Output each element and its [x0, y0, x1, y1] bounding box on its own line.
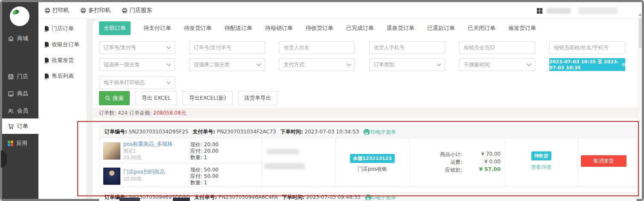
- printer-button[interactable]: 打印机: [44, 6, 69, 14]
- category-level2-select[interactable]: 请选择二级分类: [189, 58, 265, 71]
- members-icon: [8, 108, 14, 114]
- totals-column: 商品小计: ¥ 70.00 运费: ¥ 0.00 应收款: ¥ 57.00: [409, 151, 505, 174]
- tab-completed[interactable]: 已完成订单: [346, 24, 374, 32]
- pages-icon: [44, 74, 49, 79]
- product-thumbnail[interactable]: [103, 167, 121, 185]
- payable-price: 应付: 20.00: [190, 148, 219, 154]
- print-eship-link[interactable]: 打印电子面单: [365, 194, 396, 201]
- avatar[interactable]: [10, 6, 29, 26]
- tab-pending-payment[interactable]: 待支付订单: [143, 24, 171, 32]
- chevron-down-icon: [527, 62, 531, 66]
- order-count-value: 424: [118, 110, 128, 116]
- payable-price: 应付: 50.00: [190, 173, 219, 180]
- submenu-item-batch-ship[interactable]: 批量发货: [38, 56, 87, 65]
- product-name-link[interactable]: pos称重商品_多规格: [123, 141, 173, 148]
- tab-pending-shipment[interactable]: 待发货订单: [184, 24, 212, 32]
- print-eship-link[interactable]: 打印电子面单: [365, 129, 396, 136]
- tab-pending-delivery[interactable]: 待配送订单: [224, 24, 252, 32]
- printer-icon: [44, 8, 50, 13]
- select-value: 电子面单打印状态: [104, 79, 145, 86]
- order-no-label: 订单编号:: [105, 128, 127, 136]
- tab-closed[interactable]: 已关闭订单: [468, 24, 495, 32]
- product-price-block: 现价: 20.00 应付: 20.00 数量: 1: [190, 142, 219, 161]
- tab-returns[interactable]: 退换货订单: [387, 24, 414, 32]
- order-amount-value: 208058.08元: [153, 109, 186, 117]
- subtotal-label: 商品小计:: [440, 151, 462, 158]
- tab-urge-shipment[interactable]: 催发货订单: [508, 24, 536, 32]
- sidebar-item-product[interactable]: 商品: [2, 87, 38, 100]
- date-range-picker[interactable]: 2023-07-03 10:35 至 2023-07-03 10:35: [549, 58, 625, 71]
- product-thumbnail[interactable]: [103, 142, 121, 160]
- tab-pending-receipt[interactable]: 待收货订单: [306, 24, 333, 32]
- order-no-value: SN2307031034D95F25: [129, 129, 189, 135]
- pay-no-label: 支付单号:: [192, 128, 215, 136]
- current-price: 现价: 50.00: [190, 167, 219, 173]
- tab-refunded[interactable]: 已退款订单: [427, 24, 455, 32]
- pay-no-label: 支付单号:: [194, 194, 217, 201]
- sidebar-item-label: 会员: [17, 107, 28, 115]
- verifier-member-id-input[interactable]: [460, 41, 535, 53]
- order-tabs: 全部订单 待支付订单 待发货订单 待配送订单 待核销订单 待收货订单 已完成订单…: [99, 21, 536, 35]
- export-excel-new-button[interactable]: 导出EXCEL(新): [183, 91, 232, 105]
- payment-source-column: 余额123213123 门店pos收银: [335, 154, 409, 173]
- export-excel-button[interactable]: 导出 EXCEL: [135, 91, 177, 105]
- time-search-mode-select[interactable]: 不搜索时间: [459, 58, 535, 71]
- order-time-label: 下单时间:: [280, 128, 303, 136]
- scrollbar-thumb[interactable]: [639, 18, 641, 48]
- printer-icon: [122, 8, 128, 13]
- verifier-name-input[interactable]: [550, 41, 625, 53]
- product-box-icon: [8, 91, 14, 97]
- submenu-item-label: 门店订单: [52, 25, 74, 33]
- view-detail-link[interactable]: 查看详情: [531, 164, 551, 170]
- toolbar-item-label: 门店股东: [130, 6, 152, 14]
- apps-grid-icon: [8, 141, 13, 146]
- tab-all-orders[interactable]: 全部订单: [99, 21, 131, 35]
- cancel-shipment-button[interactable]: 取消发货: [581, 155, 627, 167]
- receiver-name-input[interactable]: [280, 41, 355, 53]
- eship-print-status-select[interactable]: 电子面单打印状态: [99, 76, 175, 89]
- submenu-item-store-orders[interactable]: 门店订单: [38, 24, 87, 33]
- order-time-value: 2023-07-03 09:46:33: [306, 194, 360, 200]
- redacted-customer-phone: [264, 163, 305, 169]
- product-name-link[interactable]: 门店pos扫码商品: [123, 168, 165, 176]
- submenu-item-aftersales[interactable]: 售后列表: [38, 71, 87, 81]
- multi-printer-button[interactable]: 多打印机: [80, 6, 111, 14]
- payment-method-select[interactable]: 支付方式: [279, 58, 355, 71]
- delivery-note-export-button[interactable]: 送货单导出: [238, 91, 278, 105]
- vertical-scrollbar[interactable]: [638, 12, 642, 199]
- redacted-account-info: [578, 7, 618, 14]
- sidebar-item-orders[interactable]: 订单: [2, 118, 38, 134]
- status-badge: 待收货: [531, 151, 551, 160]
- status-column: 待收货 查看详情: [505, 151, 577, 171]
- partial-thumbnail: [173, 198, 190, 201]
- sidebar-item-label: 商品: [17, 90, 28, 98]
- select-value: 请选择二级分类: [194, 61, 230, 68]
- order-pay-no-input[interactable]: [189, 41, 265, 53]
- sidebar-item-members[interactable]: 会员: [2, 104, 38, 117]
- sidebar-item-label: 门店: [17, 73, 28, 80]
- receiver-name-field: [279, 41, 355, 54]
- receiver-phone-input[interactable]: [370, 41, 445, 53]
- category-level1-select[interactable]: 请选择一级分类: [99, 58, 175, 71]
- select-value: 订单号/支付号: [104, 44, 136, 51]
- tab-pending-verification[interactable]: 待核销订单: [265, 24, 293, 32]
- order-type-select[interactable]: 订单类型: [369, 58, 445, 71]
- sidebar-item-store[interactable]: 门店: [2, 70, 38, 83]
- sidebar-item-mall[interactable]: 商城: [2, 32, 38, 45]
- submenu-item-cashier-orders[interactable]: 收银台订单: [38, 40, 87, 49]
- chevron-down-icon: [167, 45, 171, 49]
- receiver-phone-field: [369, 41, 445, 54]
- sidebar-item-apps[interactable]: 应用: [2, 137, 38, 150]
- chevron-down-icon: [347, 62, 351, 66]
- scroll-up-arrow-icon[interactable]: [639, 14, 641, 16]
- order-no-type-select[interactable]: 订单号/支付号: [99, 41, 175, 54]
- search-button[interactable]: 搜索: [99, 91, 130, 105]
- order-submenu: 门店订单 收银台订单 批量发货 售后列表: [38, 19, 87, 199]
- apps-launcher-icon[interactable]: [537, 8, 542, 14]
- receivable-value: ¥ 57.00: [479, 166, 501, 172]
- select-value: 订单类型: [374, 61, 394, 68]
- receivable-label: 应收款:: [445, 166, 462, 174]
- order-admin-window: 商城 门店 商品 会员 订单 应用 打印机: [0, 0, 644, 201]
- shipping-label: 运费:: [450, 159, 462, 166]
- store-shareholder-button[interactable]: 门店股东: [122, 6, 152, 14]
